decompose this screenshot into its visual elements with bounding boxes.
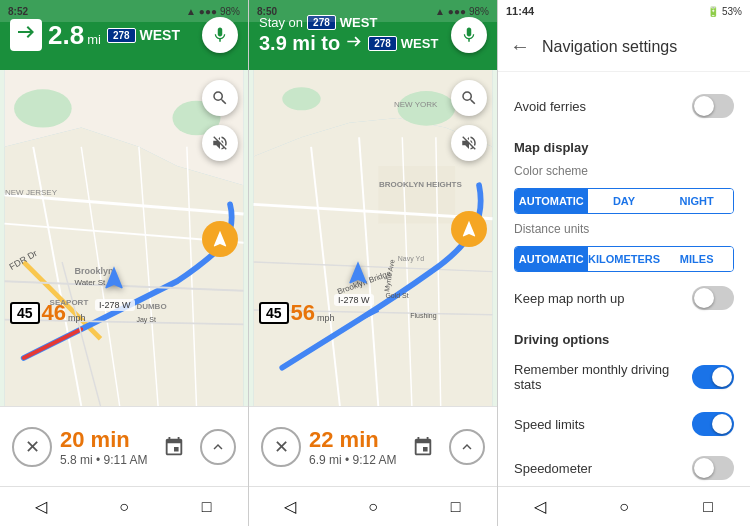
center-android-recent[interactable]: □ xyxy=(444,495,468,519)
speedometer-label: Speedometer xyxy=(514,461,592,476)
speed-display: 45 46 mph xyxy=(10,300,86,326)
center-current-speed: 56 xyxy=(291,300,315,326)
center-android-back[interactable]: ◁ xyxy=(278,495,302,519)
dist-automatic[interactable]: AUTOMATIC xyxy=(515,247,588,271)
dumbo-label: DUMBO xyxy=(136,302,166,311)
keep-north-row: Keep map north up xyxy=(498,276,750,320)
dist-miles[interactable]: MILES xyxy=(660,247,733,271)
settings-status-icons: 🔋 53% xyxy=(707,6,742,17)
settings-battery-pct: 53% xyxy=(722,6,742,17)
settings-status-bar: 11:44 🔋 53% xyxy=(498,0,750,22)
settings-title: Navigation settings xyxy=(542,38,677,56)
eta-arrival: 9:11 AM xyxy=(104,453,148,467)
center-via-button[interactable] xyxy=(405,429,441,465)
center-recenter-button[interactable] xyxy=(451,211,487,247)
new-york-label: NEW YORK xyxy=(394,100,437,109)
left-android-nav: ◁ ○ □ xyxy=(0,486,248,526)
battery-icon: 98% xyxy=(220,6,240,17)
close-navigation-button[interactable]: ✕ xyxy=(12,427,52,467)
left-time: 8:52 xyxy=(8,6,28,17)
settings-time: 11:44 xyxy=(506,5,534,17)
center-eta-details: 6.9 mi • 9:12 AM xyxy=(309,453,397,467)
avoid-ferries-thumb xyxy=(694,96,714,116)
settings-battery-icon: 🔋 xyxy=(707,6,719,17)
center-speed-limit-sign: 45 xyxy=(259,302,289,324)
eta-details: 5.8 mi • 9:11 AM xyxy=(60,453,148,467)
center-mute-button[interactable] xyxy=(451,125,487,161)
center-eta-sep: • xyxy=(345,453,353,467)
keep-north-label: Keep map north up xyxy=(514,291,625,306)
speedometer-row: Speedometer xyxy=(498,446,750,486)
keep-north-toggle[interactable] xyxy=(692,286,734,310)
speed-limits-toggle[interactable] xyxy=(692,412,734,436)
speedometer-toggle[interactable] xyxy=(692,456,734,480)
jay-st-label: Jay St xyxy=(136,316,155,323)
android-recent-button[interactable]: □ xyxy=(195,495,219,519)
monthly-stats-label: Remember monthly driving stats xyxy=(514,362,692,392)
center-route-badge-2: 278 xyxy=(368,36,397,51)
recenter-button[interactable] xyxy=(202,221,238,257)
turn-direction-icon xyxy=(10,19,42,51)
expand-panel-button[interactable] xyxy=(200,429,236,465)
monthly-stats-row: Remember monthly driving stats xyxy=(498,352,750,402)
gold-st-label: Gold St xyxy=(385,292,408,299)
color-scheme-automatic[interactable]: AUTOMATIC xyxy=(515,189,588,213)
center-speed-unit: mph xyxy=(317,313,335,323)
center-expand-button[interactable] xyxy=(449,429,485,465)
settings-back-button[interactable]: ← xyxy=(510,35,530,58)
center-signal-icon: ▲ xyxy=(435,6,445,17)
center-status-icons: ▲ ●●● 98% xyxy=(435,6,489,17)
eta-sep: • xyxy=(96,453,104,467)
distance-units-label: Distance units xyxy=(498,218,750,242)
driving-options-title: Driving options xyxy=(514,332,609,347)
center-wifi-icon: ●●● xyxy=(448,6,466,17)
monthly-stats-toggle[interactable] xyxy=(692,365,734,389)
eta-distance: 5.8 mi xyxy=(60,453,93,467)
dist-kilometers[interactable]: KILOMETERS xyxy=(588,247,661,271)
center-android-home[interactable]: ○ xyxy=(361,495,385,519)
avoid-ferries-label: Avoid ferries xyxy=(514,99,586,114)
left-map-panel: 8:52 ▲ ●●● 98% 2.8 mi 278 WEST xyxy=(0,0,249,526)
brooklyn-heights-label: BROOKLYN HEIGHTS xyxy=(379,180,462,190)
navy-yd-label: Navy Yd xyxy=(398,255,424,262)
center-direction2: WEST xyxy=(401,36,439,51)
center-eta-section: 22 min 6.9 mi • 9:12 AM xyxy=(309,427,397,467)
settings-android-recent[interactable]: □ xyxy=(696,495,720,519)
avoid-ferries-row: Avoid ferries xyxy=(498,84,750,128)
distance-unit: mi xyxy=(87,32,101,47)
center-eta-time: 22 min xyxy=(309,427,397,453)
current-position-arrow xyxy=(100,264,128,296)
color-scheme-night[interactable]: NIGHT xyxy=(660,189,733,213)
distance-value: 2.8 xyxy=(48,22,84,48)
settings-android-back[interactable]: ◁ xyxy=(528,495,552,519)
center-search-button[interactable] xyxy=(451,80,487,116)
left-map-area: 45 46 mph I-278 W FDR Dr Water St SEAPOR… xyxy=(0,70,248,406)
color-scheme-control: AUTOMATIC DAY NIGHT xyxy=(514,188,734,214)
left-status-bar: 8:52 ▲ ●●● 98% xyxy=(0,0,248,22)
settings-panel: 11:44 🔋 53% ← Navigation settings Avoid … xyxy=(498,0,750,526)
flushing-label: Flushing xyxy=(410,312,436,319)
via-route-button[interactable] xyxy=(156,429,192,465)
center-road-label: I-278 W xyxy=(334,294,374,306)
android-back-button[interactable]: ◁ xyxy=(29,495,53,519)
left-status-icons: ▲ ●●● 98% xyxy=(186,6,240,17)
color-scheme-day[interactable]: DAY xyxy=(588,189,661,213)
map-display-header: Map display xyxy=(498,128,750,160)
driving-options-header: Driving options xyxy=(498,320,750,352)
avoid-ferries-toggle[interactable] xyxy=(692,94,734,118)
android-home-button[interactable]: ○ xyxy=(112,495,136,519)
mute-button[interactable] xyxy=(202,125,238,161)
settings-android-home[interactable]: ○ xyxy=(612,495,636,519)
speed-limits-thumb xyxy=(712,414,732,434)
center-android-nav: ◁ ○ □ xyxy=(249,486,497,526)
search-button[interactable] xyxy=(202,80,238,116)
signal-icon: ▲ xyxy=(186,6,196,17)
settings-android-nav: ◁ ○ □ xyxy=(498,486,750,526)
center-mic-button[interactable] xyxy=(451,17,487,53)
center-close-button[interactable]: ✕ xyxy=(261,427,301,467)
route-badge: 278 xyxy=(107,28,136,43)
speed-limit-sign: 45 xyxy=(10,302,40,324)
mic-button[interactable] xyxy=(202,17,238,53)
eta-time: 20 min xyxy=(60,427,148,453)
eta-section: 20 min 5.8 mi • 9:11 AM xyxy=(60,427,148,467)
